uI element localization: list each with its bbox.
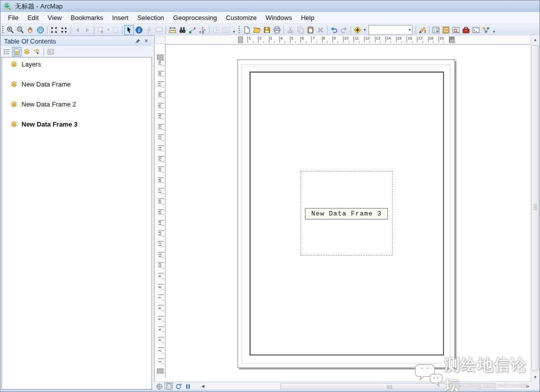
layers-stack-icon: [10, 60, 18, 68]
toc-toolbar: [0, 46, 152, 57]
toc-item-new-data-frame-3[interactable]: New Data Frame 3: [10, 120, 152, 128]
toolbar-overflow-button[interactable]: ▾: [491, 25, 497, 35]
toc-item-new-data-frame-2[interactable]: New Data Frame 2: [10, 100, 152, 108]
zoom-out-button[interactable]: [16, 25, 26, 35]
open-button[interactable]: [252, 25, 262, 35]
search-window-button[interactable]: [451, 25, 461, 35]
menubar: FileEditViewBookmarksInsertSelectionGeop…: [0, 12, 540, 24]
ruler-number: 27: [158, 80, 162, 88]
close-icon[interactable]: ×: [142, 38, 150, 45]
toc-options-button[interactable]: [46, 47, 56, 56]
scroll-down-arrow[interactable]: ▼: [531, 373, 540, 382]
select-elements-button[interactable]: [124, 25, 134, 35]
menu-geoprocessing[interactable]: Geoprocessing: [168, 12, 221, 23]
go-to-xy-button[interactable]: xy: [198, 25, 208, 35]
scroll-up-arrow[interactable]: ▲: [531, 36, 540, 44]
editor-toolbar-button[interactable]: [418, 25, 428, 35]
vertical-scrollbar[interactable]: ▲ ▼: [530, 36, 540, 382]
data-frame-element[interactable]: New Data Frame 3: [300, 171, 392, 256]
toolbar-separator: [350, 26, 351, 34]
list-by-source-button[interactable]: [12, 47, 22, 56]
chevron-down-icon[interactable]: ▼: [106, 28, 110, 32]
find-button[interactable]: [178, 25, 188, 35]
measure-button[interactable]: [168, 25, 178, 35]
ruler-number: 1: [248, 36, 250, 40]
ruler-number: 16: [158, 198, 162, 206]
delete-button[interactable]: [316, 25, 326, 35]
catalog-window-button[interactable]: [441, 25, 451, 35]
ruler-number: 18: [158, 176, 162, 184]
horizontal-ruler: 1234567891011121314151617181920: [166, 36, 532, 44]
zoom-in-button[interactable]: [6, 25, 16, 35]
menu-file[interactable]: File: [4, 12, 23, 23]
fixed-zoom-in-button[interactable]: [49, 25, 59, 35]
ruler-corner: [156, 36, 166, 44]
full-extent-button[interactable]: [36, 25, 46, 35]
menu-help[interactable]: Help: [296, 12, 319, 23]
ruler-tick: [396, 36, 396, 42]
time-slider-button[interactable]: [211, 25, 221, 35]
python-window-button[interactable]: [471, 25, 481, 35]
list-by-selection-button[interactable]: [32, 47, 42, 56]
toolbar-overflow-button[interactable]: ▾: [231, 25, 237, 35]
ruler-half-tick: [162, 194, 164, 194]
data-frame-label[interactable]: New Data Frame 3: [305, 208, 388, 220]
chevron-down-icon[interactable]: ▼: [408, 28, 412, 32]
redo-button[interactable]: [339, 25, 349, 35]
menu-customize[interactable]: Customize: [222, 12, 261, 23]
layers-stack-icon: [10, 100, 18, 108]
ruler-half-tick: [274, 41, 274, 43]
fixed-zoom-out-icon: [60, 26, 68, 34]
menu-view[interactable]: View: [43, 12, 66, 23]
chevron-down-icon[interactable]: ▼: [362, 28, 367, 32]
menu-windows[interactable]: Windows: [261, 12, 296, 23]
ruler-half-tick: [162, 150, 164, 151]
list-by-visibility-button[interactable]: [22, 47, 32, 56]
modelbuilder-button[interactable]: [481, 25, 491, 35]
open-icon: [253, 26, 261, 34]
layout-canvas[interactable]: 1234567891011121314151617181920 12345678…: [154, 36, 532, 382]
map-scale-combobox[interactable]: ▼: [368, 25, 412, 35]
select-features-button[interactable]: [96, 25, 106, 35]
toolbar-grip[interactable]: [2, 26, 4, 34]
menu-edit[interactable]: Edit: [23, 12, 43, 23]
layers-stack-icon: [10, 80, 18, 88]
menu-selection[interactable]: Selection: [133, 12, 168, 23]
pan-icon: [26, 26, 34, 34]
menu-bookmarks[interactable]: Bookmarks: [66, 12, 108, 23]
ruler-number: 20: [450, 36, 454, 40]
hyperlink-button[interactable]: [144, 25, 154, 35]
ruler-number: 18: [429, 36, 434, 40]
new-map-button[interactable]: [242, 25, 252, 35]
pan-button[interactable]: [26, 25, 36, 35]
paste-button[interactable]: [306, 25, 316, 35]
undo-button[interactable]: [329, 25, 339, 35]
html-popup-button[interactable]: [154, 25, 164, 35]
table-of-contents-button[interactable]: [431, 25, 441, 35]
cut-button[interactable]: [286, 25, 296, 35]
toc-item-layers[interactable]: Layers: [10, 60, 152, 68]
go-back-extent-button[interactable]: [72, 25, 82, 35]
fixed-zoom-out-button[interactable]: [59, 25, 69, 35]
clear-selected-features-button[interactable]: [110, 25, 120, 35]
viewer-window-button[interactable]: [221, 25, 231, 35]
arctoolbox-button[interactable]: [461, 25, 471, 35]
menu-insert[interactable]: Insert: [108, 12, 133, 23]
list-by-drawing-order-button[interactable]: [2, 47, 12, 56]
ruler-half-tick: [316, 41, 317, 43]
ruler-number: 15: [158, 208, 162, 216]
pin-icon[interactable]: [134, 38, 142, 45]
copy-button[interactable]: [296, 25, 306, 35]
find-route-button[interactable]: [188, 25, 198, 35]
save-button[interactable]: [262, 25, 272, 35]
horizontal-scroll-thumb[interactable]: [280, 383, 496, 390]
ruler-half-tick: [253, 41, 254, 43]
add-data-button[interactable]: [352, 25, 362, 35]
identify-button[interactable]: i: [134, 25, 144, 35]
go-forward-extent-button[interactable]: [82, 25, 92, 35]
toc-item-new-data-frame[interactable]: New Data Frame: [10, 80, 152, 88]
print-button[interactable]: [272, 25, 282, 35]
vertical-scroll-thumb[interactable]: [532, 45, 539, 371]
ruler-number: 3: [270, 36, 272, 40]
toolbar-grip[interactable]: [238, 26, 240, 34]
